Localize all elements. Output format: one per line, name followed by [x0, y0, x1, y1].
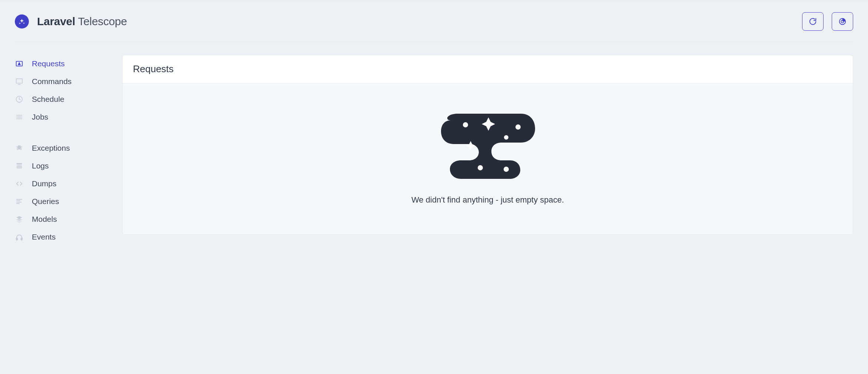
- sidebar-item-exceptions[interactable]: Exceptions: [15, 139, 107, 157]
- models-icon: [15, 215, 24, 224]
- sidebar-item-dumps[interactable]: Dumps: [15, 175, 107, 193]
- logs-icon: [15, 161, 24, 170]
- panel-body: We didn't find anything - just empty spa…: [123, 83, 853, 234]
- svg-line-18: [18, 146, 19, 146]
- empty-state-message: We didn't find anything - just empty spa…: [411, 195, 564, 205]
- sidebar-item-queries[interactable]: Queries: [15, 193, 107, 210]
- sidebar-item-label: Exceptions: [32, 144, 70, 153]
- monitoring-button[interactable]: [832, 12, 853, 31]
- empty-space-illustration-icon: [440, 109, 536, 180]
- sidebar-item-commands[interactable]: Commands: [15, 73, 107, 90]
- sidebar-item-label: Schedule: [32, 95, 64, 104]
- svg-point-34: [515, 124, 521, 130]
- nav-group-0: Requests Commands: [15, 55, 107, 126]
- commands-icon: [15, 77, 24, 86]
- sidebar-item-schedule[interactable]: Schedule: [15, 90, 107, 108]
- sidebar: Requests Commands: [15, 55, 107, 259]
- schedule-icon: [15, 95, 24, 104]
- svg-line-17: [20, 149, 22, 150]
- sidebar-item-label: Dumps: [32, 179, 57, 188]
- svg-rect-32: [21, 238, 23, 240]
- svg-line-12: [17, 146, 18, 147]
- panel-card: Requests We d: [122, 55, 853, 235]
- sidebar-item-label: Requests: [32, 59, 65, 68]
- brand-title: Laravel Telescope: [37, 15, 127, 28]
- svg-point-33: [463, 122, 468, 127]
- svg-marker-28: [16, 220, 23, 223]
- svg-line-16: [17, 149, 19, 150]
- sidebar-item-events[interactable]: Events: [15, 228, 107, 246]
- sidebar-item-requests[interactable]: Requests: [15, 55, 107, 73]
- radar-icon: [838, 17, 847, 26]
- top-actions: [802, 12, 853, 31]
- svg-rect-31: [16, 238, 18, 240]
- dumps-icon: [15, 179, 24, 188]
- refresh-icon: [809, 17, 817, 26]
- app-root: Laravel Telescope: [0, 0, 868, 274]
- svg-line-19: [20, 146, 20, 146]
- brand-title-strong: Laravel: [37, 15, 75, 27]
- svg-point-0: [23, 23, 24, 24]
- sidebar-item-logs[interactable]: Logs: [15, 157, 107, 175]
- sidebar-item-label: Jobs: [32, 113, 48, 121]
- brand-title-rest: Telescope: [75, 15, 127, 27]
- exceptions-icon: [15, 144, 24, 153]
- sidebar-item-label: Models: [32, 215, 57, 224]
- sidebar-item-label: Commands: [32, 77, 71, 86]
- body: Requests Commands: [15, 42, 853, 259]
- jobs-icon: [15, 113, 24, 121]
- sidebar-item-label: Events: [32, 233, 56, 241]
- svg-rect-21: [17, 165, 22, 168]
- sidebar-item-label: Logs: [32, 161, 49, 170]
- topbar: Laravel Telescope: [15, 0, 853, 42]
- svg-rect-20: [17, 163, 22, 165]
- requests-icon: [15, 59, 24, 68]
- svg-line-13: [21, 146, 22, 147]
- svg-marker-4: [18, 63, 20, 65]
- sidebar-item-jobs[interactable]: Jobs: [15, 108, 107, 126]
- queries-icon: [15, 197, 24, 206]
- sidebar-item-models[interactable]: Models: [15, 210, 107, 228]
- main: Requests We d: [122, 55, 853, 259]
- svg-point-35: [504, 135, 508, 140]
- svg-point-37: [504, 167, 509, 172]
- sidebar-item-label: Queries: [32, 197, 59, 206]
- brand: Laravel Telescope: [15, 14, 127, 29]
- telescope-logo-icon: [15, 14, 29, 29]
- nav-group-1: Exceptions Logs: [15, 139, 107, 246]
- events-icon: [15, 233, 24, 241]
- refresh-button[interactable]: [802, 12, 824, 31]
- svg-point-36: [478, 165, 483, 170]
- svg-rect-5: [16, 79, 23, 83]
- panel-title: Requests: [123, 55, 853, 83]
